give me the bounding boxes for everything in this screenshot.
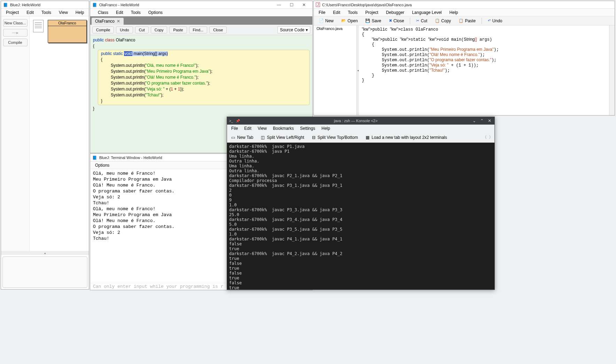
next-button[interactable]: 〉 — [489, 134, 493, 140]
terminal-output[interactable]: darkstar-6700k% javac P1.java darkstar-6… — [227, 143, 494, 290]
arrow-button[interactable]: —▸ — [3, 29, 28, 37]
menu-edit[interactable]: Edit — [112, 9, 127, 16]
file-item[interactable]: OlaFranco.java — [314, 25, 357, 32]
new-tab-button[interactable]: ▭New Tab — [228, 134, 256, 141]
menu-options[interactable]: Options — [145, 9, 166, 16]
menu-language-level[interactable]: Language Level — [408, 9, 445, 16]
save-icon: 💾 — [365, 18, 370, 23]
paste-button[interactable]: Paste — [169, 26, 187, 33]
prev-button[interactable]: 〈 — [483, 134, 487, 140]
menu-tools[interactable]: Tools — [127, 9, 144, 16]
file-list[interactable]: OlaFranco.java — [314, 25, 357, 115]
copy-button[interactable]: Copy — [151, 26, 167, 33]
window-title: C:\Users\Franco\Desktop\java\drjava\OlaF… — [322, 3, 412, 7]
menu-project[interactable]: Project — [362, 9, 382, 16]
cut-button[interactable]: Cut — [135, 26, 149, 33]
layout-2x2-button[interactable]: ▦Load a new tab with layout 2x2 terminal… — [363, 134, 450, 141]
pin-icon[interactable]: 📌 — [236, 119, 240, 123]
new-class-button[interactable]: New Class... — [3, 19, 28, 27]
editor-toolbar: Compile Undo Cut Copy Paste Find... Clos… — [90, 25, 312, 35]
copy-button[interactable]: 📋Copy — [432, 17, 454, 24]
tab-label: OlaFranco — [95, 19, 115, 24]
scrollbar[interactable] — [609, 25, 615, 115]
object-bench-toggle[interactable] — [1, 251, 89, 255]
source-code-dropdown[interactable]: Source Code ▾ — [278, 26, 310, 33]
minimize-button[interactable]: — — [273, 1, 285, 8]
compile-button[interactable]: Compile — [3, 39, 28, 46]
separator — [410, 18, 410, 24]
toolbar: ▭New Tab ◫Split View Left/Right ⊟Split V… — [227, 132, 494, 143]
bluej-icon — [3, 2, 8, 7]
grid-icon: ▦ — [366, 135, 369, 140]
close-icon[interactable]: ✕ — [117, 19, 120, 24]
separator — [482, 18, 482, 24]
bluej-project-window: BlueJ: HelloWorld Project Edit Tools Vie… — [1, 1, 89, 290]
close-button[interactable]: ✕ — [298, 1, 310, 8]
menu-view[interactable]: View — [255, 125, 270, 132]
bluej-icon — [92, 2, 97, 7]
menu-file[interactable]: File — [315, 9, 329, 16]
undo-icon: ↶ — [488, 18, 491, 23]
class-card-olafranco[interactable]: OlaFranco — [48, 20, 87, 43]
menu-help[interactable]: Help — [446, 9, 462, 16]
menu-options[interactable]: Options — [92, 162, 113, 168]
window-title: OlaFranco - HelloWorld — [99, 3, 139, 7]
menu-bar: Project Edit Tools View Help — [1, 9, 89, 16]
menu-edit[interactable]: Edit — [329, 9, 344, 16]
title-bar[interactable]: BlueJ: HelloWorld — [1, 1, 89, 9]
menu-debugger[interactable]: Debugger — [382, 9, 408, 16]
dropdown-label: Source Code — [280, 27, 304, 32]
object-bench[interactable] — [2, 256, 87, 288]
undo-button[interactable]: ↶Undo — [485, 17, 506, 24]
undo-button[interactable]: Undo — [116, 26, 133, 33]
title-bar[interactable]: 🄹 C:\Users\Franco\Desktop\java\drjava\Ol… — [314, 1, 615, 9]
menu-file[interactable]: File — [228, 125, 241, 132]
menu-tools[interactable]: Tools — [344, 9, 361, 16]
paste-button[interactable]: 📋Paste — [455, 17, 479, 24]
menu-bar: Class Edit Tools Options — [90, 9, 312, 16]
maximize-button[interactable]: ⌃ — [479, 118, 485, 123]
title-bar[interactable]: >_ 📌 java : zsh — Konsole <2> ⌄ ⌃ ✕ — [227, 117, 494, 125]
menu-edit[interactable]: Edit — [23, 9, 37, 16]
window-title: java : zsh — Konsole <2> — [243, 119, 469, 123]
menu-class[interactable]: Class — [94, 9, 112, 16]
menu-bar: File Edit View Bookmarks Settings Help — [227, 125, 494, 132]
menu-view[interactable]: View — [55, 9, 71, 16]
new-icon: 📄 — [319, 18, 324, 23]
window-title: BlueJ: Terminal Window - HelloWorld — [99, 156, 162, 160]
drjava-icon: 🄹 — [316, 2, 320, 7]
cut-button[interactable]: ✂Cut — [413, 17, 430, 24]
title-bar[interactable]: OlaFranco - HelloWorld — ☐ ✕ — [90, 1, 312, 9]
menu-settings[interactable]: Settings — [297, 125, 318, 132]
project-sidebar: New Class... —▸ Compile — [1, 16, 30, 251]
window-title: BlueJ: HelloWorld — [10, 3, 40, 7]
menu-bookmarks[interactable]: Bookmarks — [270, 125, 297, 132]
menu-project[interactable]: Project — [2, 9, 22, 16]
tab-olafranco[interactable]: OlaFranco ✕ — [92, 18, 124, 25]
split-lr-button[interactable]: ◫Split View Left/Right — [258, 134, 307, 141]
open-button[interactable]: 📂Open — [338, 17, 361, 24]
save-button[interactable]: 💾Save — [362, 17, 384, 24]
close-button[interactable]: ✖Close — [386, 17, 407, 24]
close-button[interactable]: Close — [209, 26, 227, 33]
new-button[interactable]: 📄New — [316, 17, 337, 24]
code-editor[interactable]: "kw">public "kw">class OlaFranco { "kw">… — [359, 25, 609, 115]
split-tb-icon: ⊟ — [312, 135, 315, 140]
menu-help[interactable]: Help — [72, 9, 88, 16]
compile-button[interactable]: Compile — [92, 26, 114, 33]
terminal-icon: >_ — [229, 119, 233, 123]
class-diagram-canvas[interactable]: OlaFranco — [30, 16, 89, 251]
maximize-button[interactable]: ☐ — [285, 1, 298, 8]
find-button[interactable]: Find... — [189, 26, 208, 33]
menu-help[interactable]: Help — [319, 125, 333, 132]
minimize-button[interactable]: ⌄ — [471, 118, 477, 123]
menu-tools[interactable]: Tools — [38, 9, 55, 16]
class-card-title: OlaFranco — [48, 20, 86, 26]
split-tb-button[interactable]: ⊟Split View Top/Bottom — [309, 134, 361, 141]
menu-edit[interactable]: Edit — [241, 125, 254, 132]
close-button[interactable]: ✕ — [487, 118, 492, 123]
new-tab-icon: ▭ — [231, 135, 235, 140]
menu-bar: File Edit Tools Project Debugger Languag… — [314, 9, 615, 16]
readme-icon[interactable] — [33, 20, 44, 32]
split-lr-icon: ◫ — [261, 135, 265, 140]
